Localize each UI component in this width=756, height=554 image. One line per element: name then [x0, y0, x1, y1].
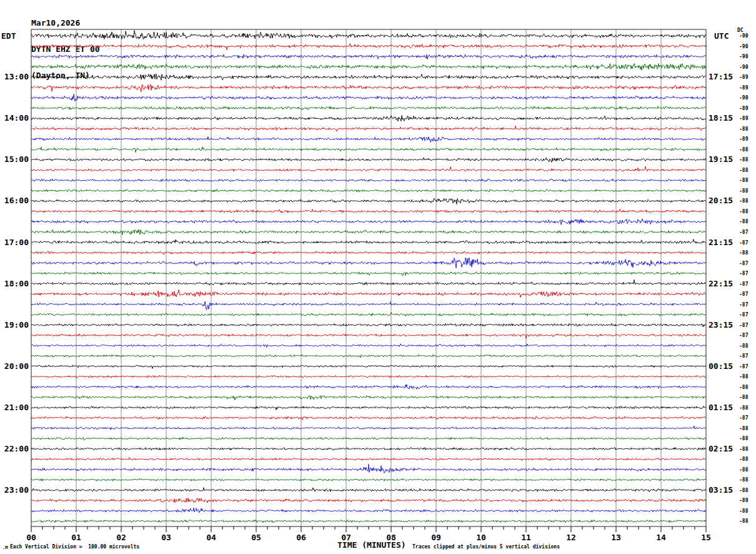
dc-offset-value: -88: [739, 405, 748, 411]
seismic-trace: [31, 209, 706, 213]
dc-offset-value: -88: [739, 168, 748, 173]
dc-offset-value: -87: [739, 302, 748, 308]
dc-offset-value: -87: [739, 281, 748, 287]
seismic-trace: [31, 94, 706, 101]
dc-offset-value: -89: [739, 74, 748, 80]
dc-offset-value: -88: [739, 385, 748, 390]
dc-offset-value: -90: [739, 44, 748, 49]
left-hour-label: 17:00: [1, 238, 29, 247]
seismic-trace: [31, 126, 706, 131]
seismic-trace: [31, 272, 706, 276]
seismic-trace: [31, 84, 706, 92]
x-tick-label: 09: [426, 533, 446, 542]
dc-offset-value: -89: [739, 116, 748, 121]
dc-offset-value: -87: [739, 271, 748, 276]
corner-mark: .M: [2, 545, 7, 550]
clip-note: Traces clipped at plus/minus 5 vertical …: [412, 544, 560, 550]
dc-offset-value: -87: [739, 240, 748, 246]
x-tick-label: 13: [606, 533, 626, 542]
left-hour-label: 16:00: [1, 196, 29, 205]
right-hour-label: 19:15: [709, 155, 736, 164]
left-hour-label: 14:00: [1, 114, 29, 123]
seismic-trace: [31, 385, 706, 390]
dc-offset-value: -87: [739, 312, 748, 318]
left-hour-label: 21:00: [1, 403, 29, 412]
seismic-trace: [31, 166, 706, 171]
dc-offset-value: -87: [739, 353, 748, 359]
x-tick-label: 15: [696, 533, 716, 542]
dc-offset-value: -88: [739, 209, 748, 214]
helicorder-screen: Mar10,2026 DYTN EHZ ET 00 (Dayton, TN) E…: [0, 0, 756, 554]
seismic-trace: [31, 498, 706, 503]
dc-offset-value: -87: [739, 229, 748, 235]
right-hour-label: 02:15: [709, 445, 736, 453]
seismic-trace: [31, 416, 706, 420]
x-tick-label: 05: [246, 533, 266, 542]
dc-offset-value: -87: [739, 364, 748, 370]
seismic-trace: [31, 488, 706, 492]
x-tick-label: 06: [291, 533, 311, 542]
seismic-trace: [31, 44, 706, 50]
seismic-trace: [31, 189, 706, 193]
dc-offset-value: -88: [739, 426, 748, 431]
right-hour-label: 00:15: [709, 362, 736, 371]
seismic-trace: [31, 323, 706, 327]
left-hour-label: 19:00: [1, 321, 29, 330]
x-tick-label: 00: [21, 533, 41, 542]
seismic-trace: [31, 229, 706, 234]
seismic-trace: [31, 448, 706, 451]
x-tick-label: 01: [66, 533, 86, 542]
dc-offset-value: -88: [739, 508, 748, 514]
dc-offset-value: -87: [739, 333, 748, 338]
dc-offset-value: -88: [739, 436, 748, 441]
scale-note: Each Vertical Division = 100.00 microvol…: [10, 544, 139, 550]
dc-offset-value: -88: [739, 395, 748, 400]
seismic-trace: [31, 258, 706, 268]
right-hour-label: 17:15: [709, 73, 736, 81]
dc-offset-value: -90: [739, 54, 748, 59]
dc-offset-value: -88: [739, 446, 748, 452]
seismic-trace: [31, 478, 706, 481]
dc-offset-value: -88: [739, 157, 748, 163]
left-hour-label: 23:00: [1, 486, 29, 495]
seismic-trace: [31, 239, 706, 244]
x-tick-label: 10: [471, 533, 491, 542]
dc-offset-value: -90: [739, 64, 748, 70]
dc-offset-value: -87: [739, 291, 748, 297]
seismic-trace: [31, 31, 706, 39]
plot-border: [31, 29, 706, 526]
x-tick-label: 02: [111, 533, 131, 542]
dc-offset-value: -89: [739, 85, 748, 91]
seismic-trace: [31, 355, 706, 358]
x-tick-label: 03: [156, 533, 176, 542]
dc-offset-value: -87: [739, 323, 748, 328]
x-axis-title: TIME (MINUTES): [337, 540, 406, 550]
seismic-trace: [31, 375, 706, 378]
seismic-trace: [31, 508, 706, 513]
seismic-trace: [31, 290, 706, 297]
seismic-trace: [31, 396, 706, 400]
left-hour-label: 15:00: [1, 155, 29, 164]
seismic-trace: [31, 458, 706, 461]
dc-offset-value: -87: [739, 415, 748, 421]
seismic-trace: [31, 64, 706, 71]
dc-offset-value: -88: [739, 198, 748, 204]
x-tick-label: 14: [651, 533, 671, 542]
x-tick-label: 04: [201, 533, 221, 542]
dc-offset-value: -88: [739, 219, 748, 224]
dc-offset-value: -88: [739, 178, 748, 183]
helicorder-plot: [0, 0, 756, 554]
seismic-trace: [31, 54, 706, 59]
dc-offset-value: -88: [739, 518, 748, 524]
dc-offset-value: -88: [739, 467, 748, 473]
seismic-trace: [31, 280, 706, 285]
right-hour-label: 20:15: [709, 196, 736, 205]
right-hour-label: 01:15: [709, 403, 736, 412]
seismic-trace: [31, 179, 706, 182]
dc-offset-value: -88: [739, 343, 748, 349]
seismic-trace: [31, 301, 706, 310]
dc-offset-value: -89: [739, 498, 748, 503]
dc-offset-value: -88: [739, 456, 748, 462]
dc-offset-value: -88: [739, 374, 748, 380]
dc-offset-value: -89: [739, 136, 748, 142]
